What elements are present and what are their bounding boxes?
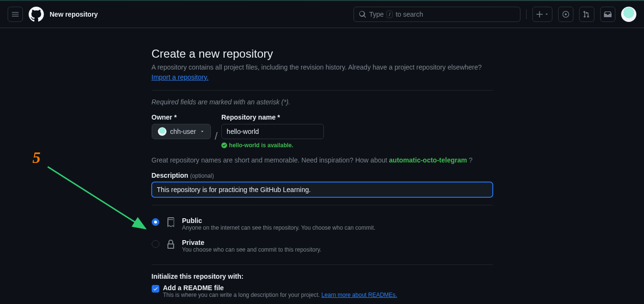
visibility-public-option[interactable]: Public Anyone on the internet can see th… (152, 213, 493, 235)
search-label-pre: Type (369, 10, 384, 18)
create-repo-heading: Create a new repository (152, 47, 493, 61)
slash-separator: / (215, 120, 218, 142)
divider (152, 90, 493, 91)
check-circle-fill-icon (221, 142, 227, 148)
private-radio[interactable] (152, 240, 159, 248)
search-label-post: to search (395, 10, 423, 18)
hamburger-menu-button[interactable] (8, 7, 23, 22)
visibility-private-option[interactable]: Private You choose who can see and commi… (152, 235, 493, 257)
readme-label: Add a README file (163, 284, 397, 292)
readme-desc: This is where you can write a long descr… (163, 292, 397, 298)
dropdown-caret-icon (200, 129, 205, 134)
main-content: Create a new repository A repository con… (0, 28, 644, 298)
owner-avatar-icon (158, 127, 166, 136)
availability-status: hello-world is available. (221, 142, 324, 149)
annotation-step-number: 5 (32, 149, 41, 167)
description-input[interactable] (152, 182, 493, 197)
github-logo-icon[interactable] (29, 7, 44, 22)
issue-opened-icon (562, 10, 570, 18)
public-title: Public (182, 217, 375, 224)
private-title: Private (182, 239, 322, 246)
search-icon (359, 10, 366, 18)
suggested-name-link[interactable]: automatic-octo-telegram (389, 156, 467, 164)
global-header: New repository Type / to search (0, 1, 644, 28)
pull-requests-button[interactable] (579, 7, 594, 22)
repo-name-input[interactable] (221, 124, 324, 139)
public-desc: Anyone on the internet can see this repo… (182, 224, 375, 231)
divider (526, 10, 527, 19)
user-avatar[interactable] (621, 7, 636, 22)
divider (152, 205, 493, 205)
inbox-button[interactable] (600, 7, 615, 22)
required-fields-note: Required fields are marked with an aster… (152, 98, 493, 106)
dropdown-caret-icon (544, 12, 549, 17)
inbox-icon (604, 10, 612, 18)
global-search-input[interactable]: Type / to search (353, 7, 520, 22)
owner-select-button[interactable]: chh-user (152, 124, 211, 139)
import-repo-link[interactable]: Import a repository. (152, 73, 209, 81)
public-radio[interactable] (152, 218, 159, 226)
plus-icon (536, 10, 543, 18)
page-title: New repository (50, 10, 98, 18)
issues-button[interactable] (558, 7, 573, 22)
lock-icon (165, 239, 177, 252)
create-repo-subtitle: A repository contains all project files,… (152, 62, 493, 82)
repo-name-help: Great repository names are short and mem… (152, 156, 493, 164)
git-pull-request-icon (583, 10, 591, 18)
divider (152, 264, 493, 265)
initialize-heading: Initialize this repository with: (152, 273, 493, 280)
private-desc: You choose who can see and commit to thi… (182, 246, 322, 253)
readme-checkbox[interactable] (152, 285, 159, 293)
check-icon (153, 286, 158, 292)
readme-learn-more-link[interactable]: Learn more about READMEs. (322, 292, 397, 298)
owner-label: Owner * (152, 113, 211, 121)
repo-icon (165, 217, 177, 230)
search-kbd: / (386, 10, 393, 18)
create-new-button[interactable] (532, 7, 552, 22)
owner-name: chh-user (170, 128, 196, 135)
description-label: Description (optional) (152, 172, 493, 179)
repo-name-label: Repository name * (221, 113, 324, 121)
